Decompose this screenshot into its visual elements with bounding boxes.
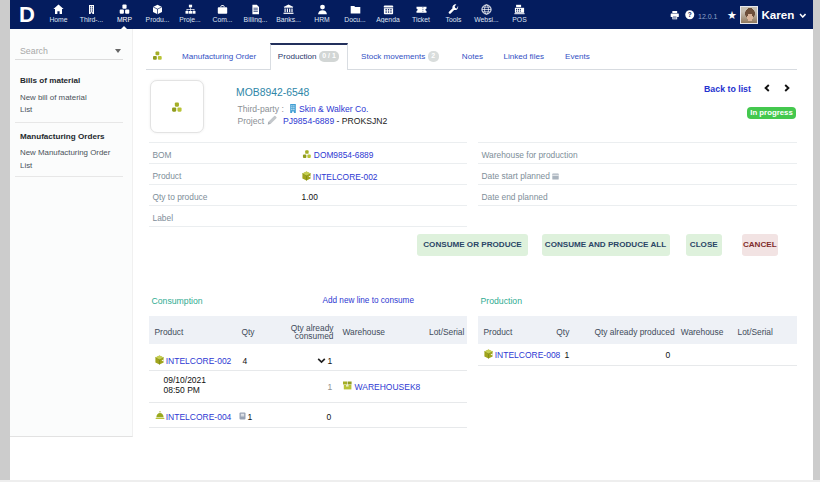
svg-text:?: ? [688, 11, 692, 18]
